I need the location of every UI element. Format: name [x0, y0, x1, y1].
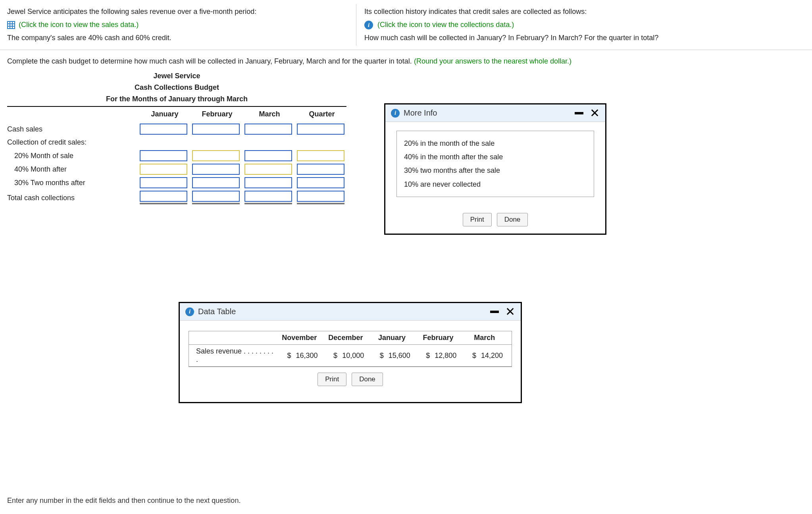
r40-jan-input[interactable] — [140, 164, 187, 175]
label-20-month: 20% Month of sale — [7, 149, 138, 162]
rule-line-1: 20% in the month of the sale — [404, 137, 587, 150]
total-qtr-input[interactable] — [298, 191, 344, 201]
label-40-month: 40% Month after — [7, 163, 138, 176]
row-20-month-of-sale: 20% Month of sale — [7, 149, 346, 162]
anticipates-text: Jewel Service anticipates the following … — [7, 6, 348, 17]
more-info-title: More Info — [404, 108, 437, 118]
budget-column-headers: January February March Quarter — [7, 107, 346, 122]
r20-feb-input[interactable] — [192, 150, 240, 161]
col-quarter: Quarter — [296, 107, 348, 122]
budget-title-company: Jewel Service — [7, 70, 346, 82]
info-icon: i — [391, 109, 400, 118]
view-sales-data-link[interactable]: (Click the icon to view the sales data.) — [19, 21, 139, 29]
more-info-header: i More Info ✕ — [385, 104, 605, 122]
cash-collections-budget: Jewel Service Cash Collections Budget Fo… — [7, 70, 346, 207]
col-march: March — [244, 107, 295, 122]
more-info-popup: i More Info ✕ 20% in the month of the sa… — [384, 103, 606, 214]
problem-left-column: Jewel Service anticipates the following … — [7, 4, 356, 46]
r30-mar-input[interactable] — [244, 177, 292, 188]
instruction-line: Complete the cash budget to determine ho… — [7, 57, 805, 66]
cash-sales-qtr-input[interactable] — [297, 124, 344, 135]
cash-sales-jan-input[interactable] — [140, 124, 187, 135]
instruction-hint: (Round your answers to the nearest whole… — [414, 57, 571, 65]
row-credit-header: Collection of credit sales: — [7, 136, 346, 149]
collection-history-text: Its collection history indicates that cr… — [364, 6, 805, 17]
label-total: Total cash collections — [7, 191, 138, 205]
budget-title-name: Cash Collections Budget — [7, 82, 346, 93]
r40-qtr-input[interactable] — [297, 164, 344, 175]
instruction-main: Complete the cash budget to determine ho… — [7, 57, 412, 65]
print-button[interactable]: Print — [463, 213, 492, 214]
question-text: How much cash will be collected in Janua… — [364, 33, 805, 43]
budget-title: Jewel Service Cash Collections Budget Fo… — [7, 70, 346, 107]
r20-qtr-input[interactable] — [297, 150, 344, 161]
total-mar-input[interactable] — [245, 191, 291, 201]
minimize-icon[interactable] — [575, 112, 583, 114]
cash-sales-feb-input[interactable] — [192, 124, 240, 135]
close-icon[interactable]: ✕ — [590, 109, 600, 118]
col-january: January — [139, 107, 190, 122]
rule-line-4: 10% are never collected — [404, 178, 587, 191]
label-30-month: 30% Two months after — [7, 176, 138, 189]
r40-feb-input[interactable] — [192, 164, 240, 175]
r20-mar-input[interactable] — [244, 150, 292, 161]
svg-rect-0 — [8, 21, 15, 29]
total-jan-input[interactable] — [140, 191, 187, 201]
r20-jan-input[interactable] — [140, 150, 187, 161]
row-30-two-months-after: 30% Two months after — [7, 176, 346, 189]
row-cash-sales: Cash sales — [7, 122, 346, 136]
r30-qtr-input[interactable] — [297, 177, 344, 188]
col-february: February — [191, 107, 243, 122]
cash-credit-split-text: The company's sales are 40% cash and 60%… — [7, 33, 348, 43]
problem-right-column: Its collection history indicates that cr… — [356, 4, 805, 46]
rule-line-2: 40% in the month after the sale — [404, 150, 587, 164]
grid-icon[interactable] — [7, 21, 15, 29]
info-icon[interactable]: i — [364, 21, 373, 29]
view-collections-data-link[interactable]: (Click the icon to view the collections … — [377, 21, 514, 29]
label-cash-sales: Cash sales — [7, 123, 138, 136]
row-total: Total cash collections — [7, 189, 346, 207]
r30-jan-input[interactable] — [140, 177, 187, 188]
label-credit-header: Collection of credit sales: — [7, 136, 138, 149]
row-40-month-after: 40% Month after — [7, 162, 346, 176]
done-button[interactable]: Done — [497, 213, 528, 214]
cash-sales-mar-input[interactable] — [244, 124, 292, 135]
more-info-buttons: Print Done — [385, 213, 605, 214]
total-feb-input[interactable] — [193, 191, 239, 201]
problem-header: Jewel Service anticipates the following … — [0, 0, 812, 50]
more-info-body: 20% in the month of the sale 40% in the … — [385, 122, 605, 213]
r30-feb-input[interactable] — [192, 177, 240, 188]
rule-line-3: 30% two months after the sale — [404, 164, 587, 177]
collections-rules-box: 20% in the month of the sale 40% in the … — [396, 131, 594, 197]
budget-title-period: For the Months of January through March — [7, 93, 346, 107]
r40-mar-input[interactable] — [244, 164, 292, 175]
